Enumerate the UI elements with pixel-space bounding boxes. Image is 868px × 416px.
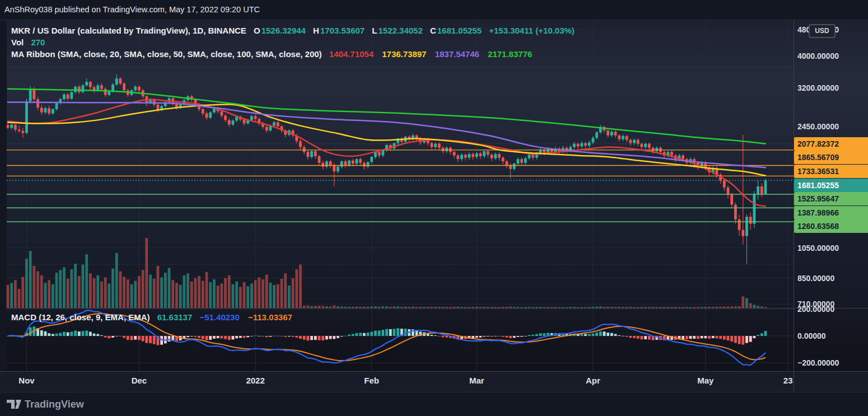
time-axis-label: 23: [783, 376, 793, 385]
macd-axis-label: −200.00000: [797, 358, 839, 367]
symbol-legend: MKR / US Dollar (calculated by TradingVi…: [11, 25, 580, 60]
macd-legend: MACD (12, 26, close, 9, EMA, EMA) 61.631…: [11, 312, 292, 323]
price-badge-green: 1387.98966: [794, 206, 868, 219]
chart-canvas[interactable]: [0, 0, 868, 416]
price-axis-label: 1050.00000: [797, 244, 839, 253]
currency-toggle-button[interactable]: USD: [809, 24, 836, 38]
price-badge-orange: 1865.56709: [794, 151, 868, 164]
low-label: L: [372, 26, 377, 35]
time-axis-label: Nov: [18, 376, 34, 385]
tradingview-brand-text[interactable]: TradingView: [25, 392, 84, 416]
price-badge-green: 1525.95647: [794, 192, 868, 205]
volume-value: 270: [31, 38, 45, 47]
time-axis[interactable]: NovDec2022FebMarAprMay23: [0, 371, 868, 392]
price-badge-orange: 2077.82372: [794, 137, 868, 151]
time-axis-label: Mar: [469, 376, 484, 385]
sma100-value: 1837.54746: [435, 49, 479, 59]
time-axis-label: Feb: [364, 376, 379, 385]
volume-label: Vol: [11, 38, 24, 47]
tradingview-logo-icon[interactable]: [7, 400, 22, 410]
price-badge-orange: 1733.36531: [794, 165, 868, 178]
symbol-line: MKR / US Dollar (calculated by TradingVi…: [11, 25, 580, 36]
macd-axis-label: 200.00000: [797, 305, 834, 314]
volume-line: Vol 270: [11, 36, 580, 48]
ma-ribbon-label: MA Ribbon (SMA, close, 20, SMA, close, 5…: [11, 49, 322, 59]
macd-signal-value: −113.03367: [248, 312, 292, 322]
close-value: 1681.05255: [437, 26, 482, 35]
time-axis-label: May: [697, 376, 713, 385]
price-badge-green: 1260.63568: [794, 219, 868, 233]
price-axis-label: 850.00000: [797, 274, 834, 283]
price-axis-label: 3200.00000: [797, 83, 839, 92]
macd-histogram-value: 61.63137: [157, 312, 193, 322]
open-value: 1526.32944: [262, 26, 306, 35]
price-badge-teal: 1681.05255: [794, 179, 868, 192]
high-label: H: [313, 26, 319, 35]
macd-axis-label: 0.00000: [797, 331, 826, 340]
price-axis[interactable]: 4800.000004000.000003200.000002450.00000…: [794, 20, 868, 371]
high-value: 1703.53607: [320, 26, 365, 35]
sma200-value: 2171.83776: [488, 49, 532, 59]
ma-ribbon-line: MA Ribbon (SMA, close, 20, SMA, close, 5…: [11, 48, 580, 60]
price-axis-label: 2450.00000: [797, 122, 839, 131]
symbol-title: MKR / US Dollar (calculated by TradingVi…: [11, 26, 246, 35]
low-value: 1522.34052: [379, 26, 423, 35]
published-bar: AnShRoy038 published on TradingView.com,…: [0, 0, 868, 20]
price-axis-label: 4000.00000: [797, 52, 839, 60]
time-axis-label: Dec: [132, 376, 147, 385]
published-text: AnShRoy038 published on TradingView.com,…: [4, 5, 260, 14]
sma50-value: 1736.73897: [382, 49, 426, 59]
time-axis-label: Apr: [586, 376, 600, 385]
time-axis-label: 2022: [246, 376, 264, 385]
footer-bar: TradingView: [0, 392, 868, 416]
snapshot-page: AnShRoy038 published on TradingView.com,…: [0, 0, 868, 416]
change-value: +153.30411 (+10.03%): [489, 26, 575, 35]
macd-label: MACD (12, 26, close, 9, EMA, EMA): [11, 312, 150, 322]
sma20-value: 1404.71054: [329, 49, 374, 59]
macd-line-value: −51.40230: [199, 312, 239, 322]
close-label: C: [430, 26, 436, 35]
open-label: O: [254, 26, 260, 35]
